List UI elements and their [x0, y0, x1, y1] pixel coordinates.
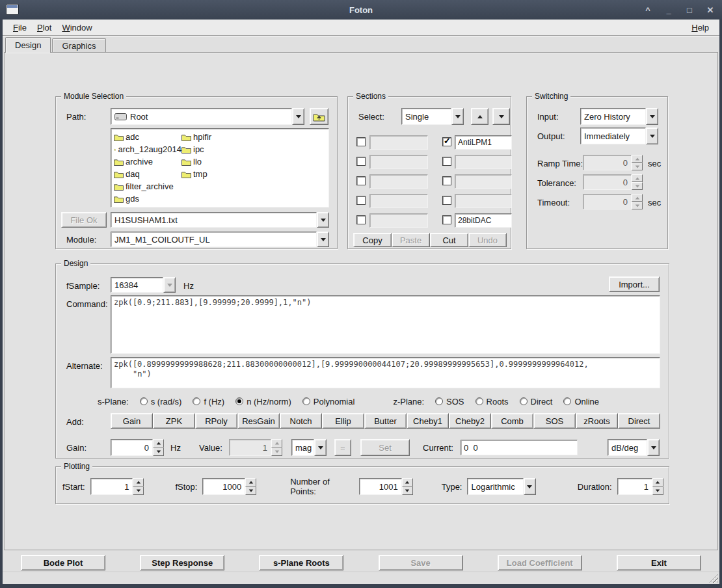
radio-n-hznorm[interactable]: n (Hz/norm)	[235, 397, 291, 407]
spin-up-icon[interactable]	[652, 478, 663, 487]
folder-listbox[interactable]: adc arch_12aug2014 archive daq filter_ar…	[111, 128, 329, 207]
dbdeg-combobox[interactable]: dB/deg	[608, 439, 660, 456]
splane-roots-button[interactable]: s-Plane Roots	[259, 555, 343, 570]
section-checkbox[interactable]	[442, 157, 451, 166]
list-item[interactable]: archive	[114, 155, 181, 168]
section-checkbox-28bitdac[interactable]	[442, 215, 451, 224]
add-notch-button[interactable]: Notch	[280, 413, 322, 429]
list-item[interactable]: arch_12aug2014	[114, 143, 181, 155]
add-butter-button[interactable]: Butter	[364, 413, 407, 429]
add-resgain-button[interactable]: ResGain	[237, 413, 280, 429]
section-select-combobox[interactable]: Single	[401, 108, 464, 125]
file-combobox[interactable]: H1SUSHAM1.txt	[111, 212, 329, 228]
radio-polynomial[interactable]: Polynomial	[302, 397, 355, 407]
chevron-down-icon[interactable]	[317, 232, 329, 247]
section-checkbox[interactable]	[356, 196, 366, 205]
path-combobox[interactable]: Root	[111, 108, 304, 125]
add-zroots-button[interactable]: zRoots	[576, 413, 618, 429]
bode-plot-button[interactable]: Bode Plot	[21, 555, 105, 570]
input-combobox[interactable]: Zero History	[580, 108, 658, 125]
list-item[interactable]: hpifir	[181, 131, 247, 143]
close-icon[interactable]: ✕	[705, 5, 715, 15]
add-zpk-button[interactable]: ZPK	[153, 413, 195, 429]
radio-roots[interactable]: Roots	[475, 397, 509, 407]
list-item[interactable]: filter_archive	[114, 180, 181, 193]
radio-sos[interactable]: SOS	[435, 397, 464, 407]
menu-plot[interactable]: Plot	[32, 20, 57, 36]
fstop-spinner[interactable]: 1000	[202, 478, 256, 495]
list-item[interactable]: adc	[114, 131, 181, 143]
resize-grip-icon[interactable]	[709, 574, 718, 583]
list-item[interactable]: daq	[114, 168, 181, 180]
section-name-field[interactable]: 28bitDAC	[455, 213, 512, 228]
list-item[interactable]: gds	[114, 193, 181, 205]
copy-button[interactable]: Copy	[353, 233, 392, 247]
menu-file[interactable]: File	[8, 20, 32, 36]
chevron-down-icon[interactable]	[314, 439, 327, 456]
output-combobox[interactable]: Immediately	[580, 127, 658, 144]
points-spinner[interactable]: 1001	[359, 478, 413, 495]
gain-spinner[interactable]: 0	[111, 439, 164, 456]
chevron-down-icon[interactable]	[292, 108, 304, 125]
section-checkbox[interactable]	[442, 176, 451, 185]
spin-up-icon[interactable]	[133, 478, 144, 487]
radio-direct[interactable]: Direct	[520, 397, 553, 407]
add-cheby1-button[interactable]: Cheby1	[407, 413, 449, 429]
duration-spinner[interactable]: 1	[617, 478, 663, 495]
add-comb-button[interactable]: Comb	[491, 413, 533, 429]
menu-window[interactable]: Window	[57, 20, 97, 36]
minimize-icon[interactable]: _	[663, 5, 674, 15]
import-button[interactable]: Import...	[609, 276, 660, 292]
spin-up-icon[interactable]	[402, 478, 413, 487]
mag-combobox[interactable]: mag	[291, 439, 327, 456]
tab-design[interactable]: Design	[5, 37, 51, 53]
tab-graphics[interactable]: Graphics	[52, 38, 105, 53]
chevron-down-icon[interactable]	[524, 478, 536, 495]
chevron-down-icon[interactable]	[317, 212, 329, 228]
section-down-button[interactable]	[492, 108, 510, 125]
chevron-down-icon[interactable]	[451, 108, 464, 125]
radio-s-rads[interactable]: s (rad/s)	[140, 397, 182, 407]
chevron-down-icon[interactable]	[647, 439, 660, 456]
add-cheby2-button[interactable]: Cheby2	[449, 413, 491, 429]
maximize-icon[interactable]: □	[684, 5, 695, 15]
chevron-down-icon[interactable]	[646, 127, 658, 144]
section-checkbox-antilpm1[interactable]	[442, 137, 451, 146]
folder-up-button[interactable]	[310, 108, 328, 125]
section-checkbox[interactable]	[442, 196, 451, 205]
add-rpoly-button[interactable]: RPoly	[195, 413, 237, 429]
radio-online[interactable]: Online	[563, 397, 599, 407]
spin-down-icon[interactable]	[652, 487, 663, 495]
step-response-button[interactable]: Step Response	[140, 555, 224, 570]
fstart-spinner[interactable]: 1	[90, 478, 144, 495]
alternate-textarea[interactable]: zpk([0.8999999999988628;211.883000000000…	[111, 357, 660, 388]
cut-button[interactable]: Cut	[430, 233, 468, 247]
spin-down-icon[interactable]	[245, 487, 256, 495]
module-combobox[interactable]: JM1_M1_COILOUTF_UL	[111, 232, 329, 247]
section-checkbox[interactable]	[356, 176, 366, 185]
spin-down-icon[interactable]	[133, 487, 144, 495]
section-up-button[interactable]	[471, 108, 488, 125]
spin-up-icon[interactable]	[153, 439, 164, 448]
command-textarea[interactable]: zpk([0.9;211.883],[9.99999;20.9999],1,"n…	[111, 295, 660, 354]
spin-up-icon[interactable]	[245, 478, 256, 487]
add-sos-button[interactable]: SOS	[533, 413, 576, 429]
section-name-field[interactable]: AntiLPM1	[455, 135, 512, 150]
section-checkbox[interactable]	[356, 157, 366, 166]
radio-f-hz[interactable]: f (Hz)	[193, 397, 224, 407]
section-checkbox[interactable]	[356, 137, 366, 146]
chevron-down-icon[interactable]	[646, 108, 658, 125]
menu-help[interactable]: Help	[686, 20, 714, 36]
spin-down-icon[interactable]	[402, 487, 413, 495]
add-gain-button[interactable]: Gain	[111, 413, 153, 429]
list-item[interactable]: ipc	[181, 143, 247, 155]
list-item[interactable]: tmp	[181, 168, 247, 180]
exit-button[interactable]: Exit	[617, 555, 701, 570]
list-item[interactable]: llo	[181, 155, 247, 168]
section-checkbox[interactable]	[356, 215, 366, 224]
add-direct-button[interactable]: Direct	[618, 413, 660, 429]
titlebar[interactable]: Foton ^ _ □ ✕	[0, 0, 722, 20]
spin-down-icon[interactable]	[153, 448, 164, 456]
type-combobox[interactable]: Logarithmic	[467, 478, 535, 495]
add-ellip-button[interactable]: Ellip	[322, 413, 364, 429]
